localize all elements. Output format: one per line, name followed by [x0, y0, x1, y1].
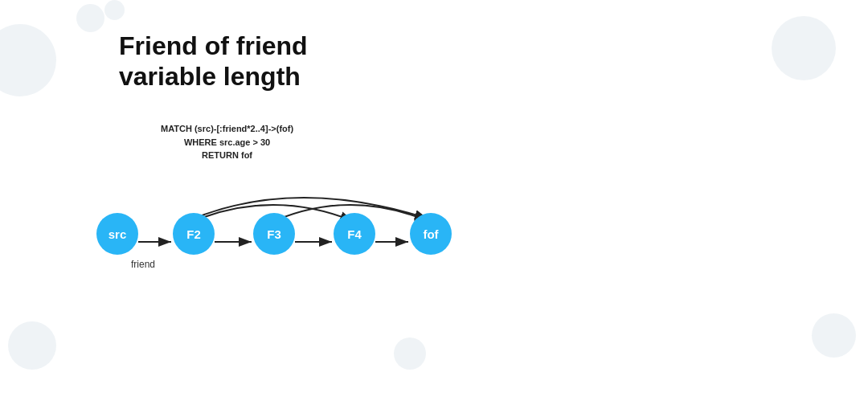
page-title: Friend of friend variable length — [119, 31, 308, 92]
node-src: src — [96, 213, 138, 255]
right-panel: MATCH (src)-[:friend*2..4]->(fof) WHERE … — [434, 0, 868, 409]
node-fof: fof — [410, 213, 452, 255]
node-f2: F2 — [173, 213, 215, 255]
query-small: MATCH (src)-[:friend*2..4]->(fof) WHERE … — [161, 122, 293, 162]
node-f4: F4 — [334, 213, 375, 255]
graph-area: src F2 F3 F4 fof friend — [48, 193, 434, 297]
left-panel: Friend of friend variable length MATCH (… — [0, 0, 434, 409]
node-f3: F3 — [253, 213, 295, 255]
